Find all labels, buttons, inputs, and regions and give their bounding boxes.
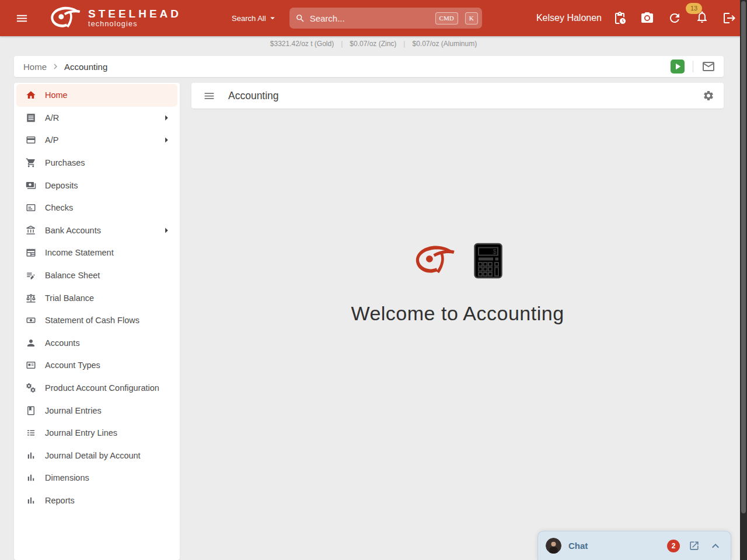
book-icon xyxy=(26,405,36,416)
sidebar-item-label: Purchases xyxy=(45,158,85,167)
brand-name: STEELHEAD xyxy=(88,8,181,20)
welcome-section: $ Welcome to Accounting xyxy=(191,243,724,325)
ticker-separator: | xyxy=(403,40,405,48)
sidebar-item-label: Journal Detail by Account xyxy=(45,451,141,460)
chevron-up-icon[interactable] xyxy=(708,539,722,553)
sidebar-item-deposits[interactable]: Deposits xyxy=(16,174,177,197)
caret-down-icon xyxy=(267,13,278,23)
camera-icon[interactable] xyxy=(640,11,654,25)
note-edit-icon xyxy=(26,270,36,281)
badge-icon xyxy=(26,360,36,370)
sidebar-item-label: Bank Accounts xyxy=(45,226,101,235)
bar-chart-icon xyxy=(26,495,36,506)
search-scope-label: Search All xyxy=(232,14,266,23)
avatar xyxy=(546,538,561,554)
cash-icon xyxy=(26,180,36,191)
kbd-k: K xyxy=(465,12,478,24)
steelhead-logo-icon xyxy=(413,244,456,278)
chat-widget[interactable]: Chat 2 xyxy=(537,531,731,560)
sidebar-item-label: Reports xyxy=(45,496,75,505)
scrollbar-thumb[interactable] xyxy=(741,1,746,513)
breadcrumb-current: Accounting xyxy=(64,62,107,72)
sidebar-item-label: Balance Sheet xyxy=(45,271,100,280)
logout-icon[interactable] xyxy=(722,11,736,25)
sidebar-item-label: A/R xyxy=(45,113,59,123)
divider xyxy=(693,61,693,72)
sidebar-item-journal-entries[interactable]: Journal Entries xyxy=(16,399,177,422)
sidebar-item-label: Account Types xyxy=(45,360,100,370)
sidebar-item-journal-entry-lines[interactable]: Journal Entry Lines xyxy=(16,422,177,444)
sidebar-item-label: Checks xyxy=(45,203,73,212)
metal-price-ticker: $3321.42/oz t (Gold)|$0.07/oz (Zinc)|$0.… xyxy=(0,36,747,51)
play-button[interactable] xyxy=(671,60,685,74)
sidebar-item-home[interactable]: Home xyxy=(16,84,177,107)
sidebar-item-ar[interactable]: A/R xyxy=(16,107,177,130)
chevron-right-icon xyxy=(50,61,61,72)
header-actions: Kelsey Halonen 13 xyxy=(536,10,736,26)
calculator-icon: $ xyxy=(473,243,503,279)
brand-subtitle: technologies xyxy=(88,20,181,28)
sidebar-item-accounts[interactable]: Accounts xyxy=(16,332,177,355)
chat-unread-badge: 2 xyxy=(667,540,680,552)
sidebar-item-purchases[interactable]: Purchases xyxy=(16,152,177,174)
brand-logo[interactable]: STEELHEAD technologies xyxy=(48,5,181,32)
sidebar-item-label: A/P xyxy=(45,135,58,145)
search-input[interactable] xyxy=(310,13,431,23)
sidebar-item-income-statement[interactable]: Income Statement xyxy=(16,242,177,264)
steelhead-logo-icon xyxy=(48,5,81,32)
refresh-icon[interactable] xyxy=(668,11,682,25)
scale-icon xyxy=(26,293,36,303)
ticker-item: $0.07/oz (Aluminum) xyxy=(412,40,477,48)
sidebar-item-label: Accounts xyxy=(45,338,80,348)
credit-card-icon xyxy=(26,135,36,145)
search-scope-dropdown[interactable]: Search All xyxy=(232,13,278,23)
kbd-cmd: CMD xyxy=(435,12,458,24)
panel-header: Accounting xyxy=(191,83,724,108)
sidebar-item-label: Statement of Cash Flows xyxy=(45,316,139,325)
accounting-sidebar: Home A/R A/P Purchases Deposits Checks B… xyxy=(14,83,180,560)
main-panel: Accounting $ Welcome to Accounting xyxy=(191,83,724,560)
scrollbar-track[interactable] xyxy=(740,0,747,560)
submenu-arrow-icon xyxy=(160,134,173,146)
sidebar-item-reports[interactable]: Reports xyxy=(16,489,177,512)
user-name[interactable]: Kelsey Halonen xyxy=(536,13,602,23)
global-search[interactable]: CMD K xyxy=(289,8,482,29)
home-icon xyxy=(26,90,36,100)
notification-badge[interactable]: 13 xyxy=(686,3,702,14)
sidebar-item-label: Journal Entry Lines xyxy=(45,428,117,438)
sidebar-item-label: Product Account Configuration xyxy=(45,383,159,393)
sidebar-item-ap[interactable]: A/P xyxy=(16,129,177,152)
page-title: Accounting xyxy=(228,90,279,102)
sidebar-item-trial-balance[interactable]: Trial Balance xyxy=(16,286,177,309)
schedule-calendar-icon[interactable] xyxy=(613,11,627,25)
submenu-arrow-icon xyxy=(160,224,173,237)
svg-text:$: $ xyxy=(493,248,496,255)
ticker-separator: | xyxy=(341,40,343,48)
bar-chart-icon xyxy=(26,473,36,483)
bar-chart-icon xyxy=(26,450,36,461)
list-icon xyxy=(26,428,36,438)
sidebar-item-label: Home xyxy=(45,90,68,100)
sidebar-item-bank-accounts[interactable]: Bank Accounts xyxy=(16,219,177,242)
check-card-icon xyxy=(26,202,36,213)
mail-icon[interactable] xyxy=(701,60,715,74)
breadcrumb: Home Accounting xyxy=(14,56,724,77)
sidebar-item-cash-flows[interactable]: Statement of Cash Flows xyxy=(16,309,177,332)
bank-icon xyxy=(26,225,36,236)
open-in-new-icon[interactable] xyxy=(689,540,700,551)
gear-icon[interactable] xyxy=(703,90,714,102)
submenu-arrow-icon xyxy=(160,111,173,124)
sidebar-item-checks[interactable]: Checks xyxy=(16,197,177,219)
breadcrumb-home-link[interactable]: Home xyxy=(23,62,47,72)
sidebar-item-account-types[interactable]: Account Types xyxy=(16,354,177,377)
menu-icon[interactable] xyxy=(15,12,29,25)
search-icon xyxy=(295,13,305,23)
sidebar-item-label: Journal Entries xyxy=(45,406,102,415)
sidebar-item-label: Trial Balance xyxy=(45,293,94,303)
sidebar-item-balance-sheet[interactable]: Balance Sheet xyxy=(16,264,177,287)
sidebar-item-journal-detail-by-account[interactable]: Journal Detail by Account xyxy=(16,444,177,467)
sidebar-item-product-account-configuration[interactable]: Product Account Configuration xyxy=(16,377,177,400)
sidebar-item-dimensions[interactable]: Dimensions xyxy=(16,467,177,489)
drawer-toggle-icon[interactable] xyxy=(203,90,215,102)
receipt-icon xyxy=(26,113,36,123)
